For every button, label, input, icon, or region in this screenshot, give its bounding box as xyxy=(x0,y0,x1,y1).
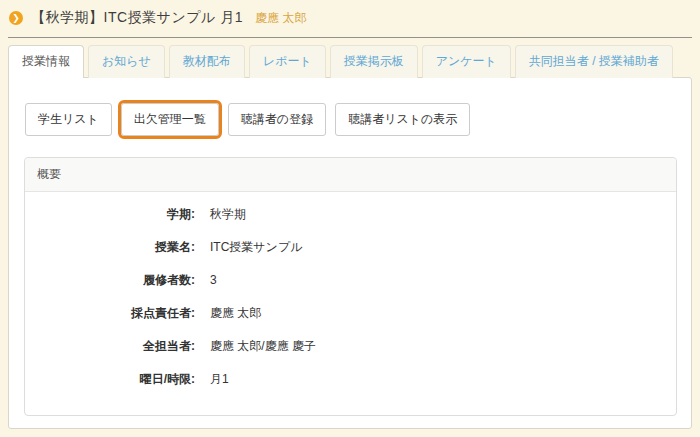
course-page: ❯ 【秋学期】ITC授業サンプル 月1 慶應 太郎 授業情報 お知らせ 教材配布… xyxy=(0,0,700,437)
tab-reports[interactable]: レポート xyxy=(249,45,326,78)
page-title: 【秋学期】ITC授業サンプル 月1 xyxy=(31,9,243,27)
overview-panel-title: 概要 xyxy=(25,158,676,192)
class-name-value: ITC授業サンプル xyxy=(210,237,302,257)
tab-class-board[interactable]: 授業掲示板 xyxy=(330,45,418,78)
field-row-all-instructors: 全担当者: 慶應 太郎/慶應 慶子 xyxy=(25,336,676,356)
field-row-grading-manager: 採点責任者: 慶應 太郎 xyxy=(25,303,676,323)
tab-co-instructors[interactable]: 共同担当者 / 授業補助者 xyxy=(515,45,673,78)
field-row-day-period: 曜日/時限: 月1 xyxy=(25,369,676,389)
all-instructors-value: 慶應 太郎/慶應 慶子 xyxy=(210,336,316,356)
enrolled-count-value: 3 xyxy=(210,270,217,290)
all-instructors-label: 全担当者: xyxy=(25,336,195,356)
day-period-value: 月1 xyxy=(210,369,229,389)
field-row-enrolled-count: 履修者数: 3 xyxy=(25,270,676,290)
grading-manager-label: 採点責任者: xyxy=(25,303,195,323)
attendance-list-button[interactable]: 出欠管理一覧 xyxy=(121,103,219,136)
enrolled-count-label: 履修者数: xyxy=(25,270,195,290)
auditor-list-button[interactable]: 聴講者リストの表示 xyxy=(335,103,470,136)
page-header: ❯ 【秋学期】ITC授業サンプル 月1 慶應 太郎 xyxy=(0,0,700,31)
auditor-register-button[interactable]: 聴講者の登録 xyxy=(228,103,326,136)
field-row-semester: 学期: 秋学期 xyxy=(25,204,676,224)
content-area: 学生リスト 出欠管理一覧 聴講者の登録 聴講者リストの表示 概要 学期: 秋学期… xyxy=(8,77,692,429)
student-list-button[interactable]: 学生リスト xyxy=(25,103,112,136)
grading-manager-value: 慶應 太郎 xyxy=(210,303,261,323)
class-name-label: 授業名: xyxy=(25,237,195,257)
overview-panel: 概要 学期: 秋学期 授業名: ITC授業サンプル 履修者数: 3 採点責任者:… xyxy=(24,157,677,416)
tab-survey[interactable]: アンケート xyxy=(422,45,511,78)
semester-label: 学期: xyxy=(25,204,195,224)
overview-panel-body: 学期: 秋学期 授業名: ITC授業サンプル 履修者数: 3 採点責任者: 慶應… xyxy=(25,192,676,415)
tab-news[interactable]: お知らせ xyxy=(88,45,165,78)
field-row-class-name: 授業名: ITC授業サンプル xyxy=(25,237,676,257)
header-user-name[interactable]: 慶應 太郎 xyxy=(255,9,306,27)
tab-materials[interactable]: 教材配布 xyxy=(169,45,245,78)
tab-bar: 授業情報 お知らせ 教材配布 レポート 授業掲示板 アンケート 共同担当者 / … xyxy=(0,38,700,78)
semester-value: 秋学期 xyxy=(210,204,246,224)
arrow-bullet-icon: ❯ xyxy=(9,11,23,25)
toolbar: 学生リスト 出欠管理一覧 聴講者の登録 聴講者リストの表示 xyxy=(9,78,691,136)
tab-class-info[interactable]: 授業情報 xyxy=(8,45,84,78)
day-period-label: 曜日/時限: xyxy=(25,369,195,389)
